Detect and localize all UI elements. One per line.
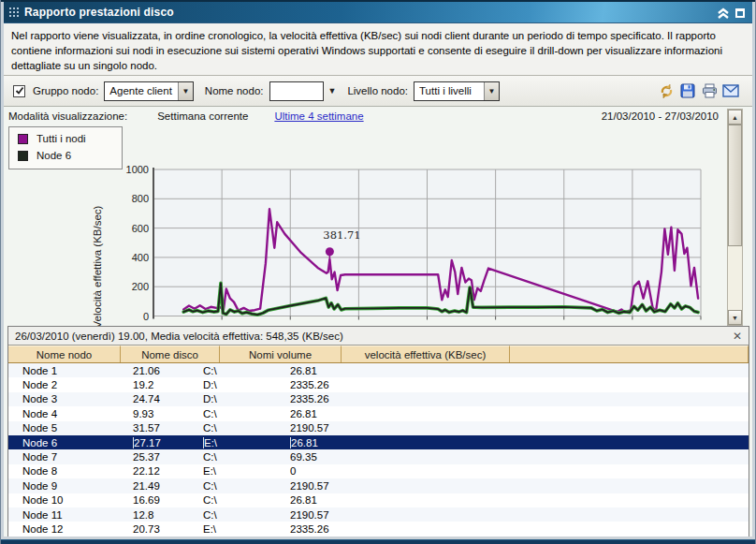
table-cell: 26.81: [290, 365, 749, 376]
table-cell: C:\: [203, 509, 290, 521]
column-header: Nome disco: [121, 346, 220, 362]
dropdown-arrow-icon[interactable]: ▼: [178, 82, 193, 100]
table-cell: 2335.26: [290, 379, 749, 390]
filter-toolbar: Gruppo nodo: Agente client ▼ Nome nodo: …: [4, 76, 752, 107]
table-cell: 24.74: [133, 393, 203, 404]
table-cell: Node 4: [8, 408, 133, 419]
legend-item: Node 6: [18, 150, 122, 161]
level-node-value: Tutti i livelli: [414, 82, 484, 100]
window-bottom-edge: [1, 537, 755, 544]
table-row[interactable]: Node 1112.8C:\2190.57: [8, 507, 749, 522]
table-cell: Node 5: [8, 422, 133, 434]
table-cell: C:\: [203, 480, 290, 492]
report-window: Rapporto prestazioni disco Nel rapporto …: [0, 0, 756, 544]
table-cell: 26.81: [290, 408, 749, 419]
table-cell: 2190.57: [290, 480, 749, 492]
table-row[interactable]: Node 324.74D:\2335.26: [8, 392, 749, 406]
table-cell: 25.37: [133, 451, 203, 463]
drag-grip-icon[interactable]: [8, 7, 19, 19]
panel-title-text: 26/03/2010 (venerdì) 19.00, Media veloci…: [15, 331, 343, 342]
scroll-up-icon[interactable]: ▲: [728, 110, 742, 125]
table-row[interactable]: Node 822.12E:\0: [8, 464, 749, 478]
scroll-down-icon[interactable]: ▼: [728, 310, 742, 325]
table-row[interactable]: Node 1016.69C:\26.81: [8, 493, 749, 507]
window-title: Rapporto prestazioni disco: [24, 6, 174, 19]
email-button[interactable]: [722, 82, 739, 99]
table-cell: 2335.26: [290, 523, 749, 535]
table-cell: Node 1: [8, 365, 133, 376]
table-row[interactable]: Node 1220.73E:\2335.26: [8, 522, 749, 536]
report-content: Modalità visualizzazione: Settimana corr…: [4, 107, 752, 537]
node-name-input[interactable]: [269, 81, 324, 101]
legend-label: Tutti i nodi: [36, 133, 86, 144]
table-cell: C:\: [203, 494, 290, 506]
table-cell: 26.81: [290, 437, 749, 448]
table-cell: 27.17: [133, 437, 203, 448]
column-header: [510, 346, 749, 362]
window-top-edge: [1, 0, 755, 2]
chart-legend: Tutti i nodiNode 6: [8, 126, 123, 169]
node-name-label: Nome nodo:: [205, 85, 264, 96]
svg-text:1000: 1000: [126, 164, 149, 175]
legend-label: Node 6: [36, 150, 71, 161]
column-header: velocità effettiva (KB/sec): [342, 346, 510, 362]
table-cell: D:\: [203, 393, 290, 404]
table-row[interactable]: Node 121.06C:\26.81: [8, 363, 749, 377]
table-cell: 2190.57: [290, 422, 749, 434]
table-cell: 9.93: [133, 408, 203, 419]
svg-text:0: 0: [143, 311, 149, 322]
dropdown-arrow-icon[interactable]: ▼: [484, 82, 499, 100]
table-cell: E:\: [203, 437, 290, 448]
table-cell: Node 6: [8, 437, 133, 448]
report-description: Nel rapporto viene visualizzata, in ordi…: [4, 23, 752, 76]
group-node-select[interactable]: Agente client ▼: [104, 81, 194, 101]
table-cell: 19.2: [133, 379, 203, 390]
window-right-edge: [752, 0, 755, 544]
table-row[interactable]: Node 921.49C:\2190.57: [8, 478, 749, 493]
title-bar: Rapporto prestazioni disco: [4, 2, 752, 23]
close-icon[interactable]: ✕: [733, 331, 742, 342]
drilldown-panel: 26/03/2010 (venerdì) 19.00, Media veloci…: [7, 326, 749, 537]
chart-scrollbar[interactable]: ▲ ▼: [727, 109, 743, 326]
table-cell: Node 10: [8, 494, 133, 506]
panel-title-bar: 26/03/2010 (venerdì) 19.00, Media veloci…: [8, 327, 749, 346]
table-row[interactable]: Node 219.2D:\2335.26: [8, 377, 749, 391]
column-header: Nomi volume: [220, 346, 342, 362]
table-cell: 2190.57: [290, 509, 749, 521]
svg-text:600: 600: [132, 223, 149, 234]
maximize-button[interactable]: [735, 8, 745, 18]
print-button[interactable]: [701, 82, 718, 99]
legend-swatch: [18, 151, 28, 161]
column-header: Nome nodo: [8, 346, 121, 362]
table-cell: 31.57: [133, 422, 203, 434]
table-cell: 12.8: [133, 509, 203, 521]
table-cell: 69.35: [290, 451, 749, 463]
table-cell: C:\: [203, 365, 290, 376]
level-node-select[interactable]: Tutti i livelli ▼: [414, 81, 500, 101]
table-row[interactable]: Node 725.37C:\69.35: [8, 449, 749, 463]
table-cell: Node 12: [8, 523, 133, 535]
refresh-button[interactable]: [658, 82, 675, 99]
group-node-value: Agente client: [105, 82, 178, 100]
table-cell: Node 11: [8, 509, 133, 521]
save-button[interactable]: [679, 82, 696, 99]
svg-text:381.71: 381.71: [323, 228, 360, 242]
scrollbar-thumb[interactable]: [728, 125, 742, 246]
table-row[interactable]: Node 531.57C:\2190.57: [8, 421, 749, 435]
table-row[interactable]: Node 627.17E:\26.81: [8, 435, 749, 449]
table-cell: C:\: [203, 422, 290, 434]
table-cell: E:\: [203, 465, 290, 477]
table-cell: 26.81: [290, 494, 749, 506]
node-name-dropdown-icon[interactable]: ▼: [328, 86, 337, 96]
svg-text:Velocità effettiva (KB/sec): Velocità effettiva (KB/sec): [92, 205, 103, 326]
collapse-button[interactable]: [717, 7, 730, 18]
svg-text:200: 200: [132, 281, 149, 292]
table-row[interactable]: Node 49.93C:\26.81: [8, 406, 749, 420]
table-cell: 20.73: [133, 523, 203, 535]
table-cell: C:\: [203, 408, 290, 419]
table-cell: 0: [290, 465, 749, 477]
table-cell: 2335.26: [290, 393, 749, 404]
group-node-checkbox[interactable]: [13, 85, 25, 97]
table-cell: Node 9: [8, 480, 133, 492]
table-cell: Node 7: [8, 451, 133, 463]
